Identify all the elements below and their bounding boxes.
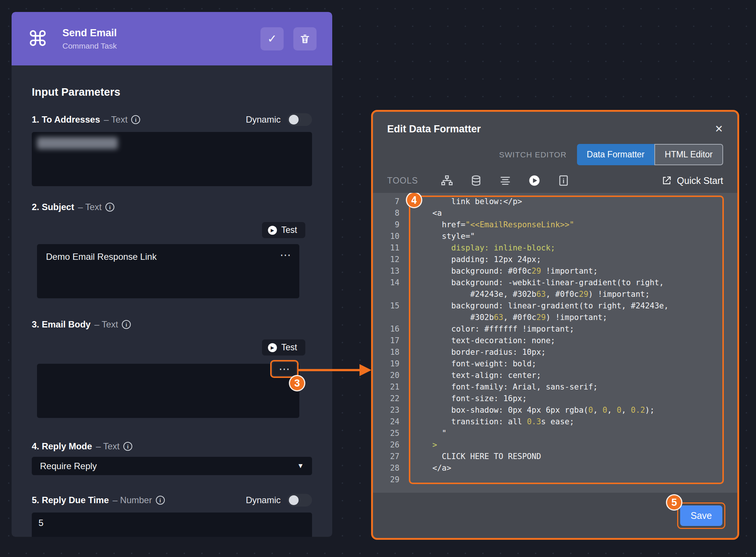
database-icon[interactable]: [470, 175, 482, 186]
code-line[interactable]: 9 href="<<EmailResponseLink>>": [373, 219, 737, 231]
param-type: – Number: [112, 495, 152, 505]
line-number: 16: [373, 323, 399, 335]
param-name: 1. To Addresses: [32, 114, 100, 125]
edit-data-formatter-modal: Edit Data Formatter ✕ SWITCH EDITOR Data…: [371, 110, 739, 540]
line-number: 26: [373, 439, 399, 451]
play-icon: ▶: [268, 226, 277, 235]
task-subtitle: Command Task: [62, 41, 117, 50]
code-line[interactable]: 21 font-family: Arial, sans-serif;: [373, 381, 737, 393]
line-number: 21: [373, 381, 399, 393]
command-icon: ⌘: [27, 28, 48, 49]
line-number: 17: [373, 335, 399, 347]
code-line[interactable]: 8<a: [373, 207, 737, 219]
email-body-more-button[interactable]: ⋯: [273, 363, 296, 375]
dynamic-toggle[interactable]: [287, 113, 312, 126]
code-line[interactable]: 7 link below:</p>: [373, 196, 737, 207]
sitemap-icon[interactable]: [441, 175, 453, 186]
confirm-button[interactable]: ✓: [260, 27, 284, 50]
code-line[interactable]: 17 text-decoration: none;: [373, 335, 737, 347]
line-number: 11: [373, 242, 399, 254]
test-button-label: Test: [281, 342, 297, 353]
quick-start-label: Quick Start: [677, 175, 723, 186]
test-button-label: Test: [281, 225, 297, 235]
code-line-text: style=": [399, 231, 737, 242]
code-line[interactable]: 27 CLICK HERE TO RESPOND: [373, 451, 737, 462]
line-number: 18: [373, 347, 399, 358]
code-line[interactable]: 28</a>: [373, 462, 737, 474]
code-line[interactable]: 20 text-align: center;: [373, 370, 737, 381]
subject-more-button[interactable]: ⋯: [280, 249, 291, 261]
code-line-text: CLICK HERE TO RESPOND: [399, 451, 737, 462]
code-line[interactable]: 14 background: -webkit-linear-gradient(t…: [373, 277, 737, 300]
code-line[interactable]: 26>: [373, 439, 737, 451]
line-number: 15: [373, 300, 399, 323]
code-line-text: border-radius: 10px;: [399, 347, 737, 358]
code-line[interactable]: 12 padding: 12px 24px;: [373, 254, 737, 265]
dynamic-label: Dynamic: [246, 114, 281, 125]
subject-test-button[interactable]: ▶ Test: [262, 222, 305, 238]
section-title: Input Parameters: [32, 86, 312, 98]
code-line-text: font-family: Arial, sans-serif;: [399, 381, 737, 393]
code-line[interactable]: 11 display: inline-block;: [373, 242, 737, 254]
code-line-text: box-shadow: 0px 4px 6px rgba(0, 0, 0, 0.…: [399, 404, 737, 416]
code-line-text: >: [399, 439, 737, 451]
code-line-text: </a>: [399, 462, 737, 474]
line-number: 28: [373, 462, 399, 474]
quick-start-button[interactable]: Quick Start: [662, 175, 723, 186]
info-icon[interactable]: i: [105, 203, 114, 212]
code-line[interactable]: 19 font-weight: bold;: [373, 358, 737, 370]
tab-data-formatter[interactable]: Data Formatter: [577, 144, 654, 165]
param-name: 2. Subject: [32, 202, 74, 212]
code-line[interactable]: 10 style=": [373, 231, 737, 242]
code-line[interactable]: 23 box-shadow: 0px 4px 6px rgba(0, 0, 0,…: [373, 404, 737, 416]
param-row-email-body: 3. Email Body – Text i: [32, 319, 312, 330]
code-line[interactable]: 22 font-size: 16px;: [373, 393, 737, 404]
code-line-text: [399, 474, 737, 486]
info-icon[interactable]: i: [123, 442, 132, 451]
reply-mode-value: Require Reply: [40, 461, 97, 471]
code-editor[interactable]: 7 link below:</p>8<a9 href="<<EmailRespo…: [373, 193, 737, 493]
code-line-text: transition: all 0.3s ease;: [399, 416, 737, 428]
code-line[interactable]: 25 ": [373, 428, 737, 439]
reply-due-time-input[interactable]: 5: [32, 513, 312, 537]
code-line[interactable]: 16 color: #ffffff !important;: [373, 323, 737, 335]
param-name: 3. Email Body: [32, 319, 90, 330]
email-body-test-button[interactable]: ▶ Test: [262, 339, 305, 356]
to-addresses-input[interactable]: [32, 132, 312, 186]
save-button[interactable]: Save: [680, 505, 722, 526]
info-icon[interactable]: i: [156, 496, 165, 505]
dynamic-toggle[interactable]: [287, 494, 312, 507]
code-line-text: background: -webkit-linear-gradient(to r…: [399, 277, 737, 300]
param-type: – Text: [78, 202, 102, 212]
email-body-input[interactable]: ⋯ 3: [37, 364, 299, 418]
tab-html-editor[interactable]: HTML Editor: [654, 144, 723, 165]
code-line[interactable]: 24 transition: all 0.3s ease;: [373, 416, 737, 428]
toggle-knob: [289, 495, 299, 505]
subject-input[interactable]: Demo Email Response Link ⋯: [37, 244, 299, 298]
chevron-down-icon: ▼: [297, 462, 304, 470]
docs-info-icon[interactable]: [558, 175, 569, 186]
line-number: 9: [373, 219, 399, 231]
param-row-reply-due-time: 5. Reply Due Time – Number i Dynamic: [32, 494, 312, 507]
line-number: 24: [373, 416, 399, 428]
run-icon[interactable]: [529, 175, 540, 186]
code-line[interactable]: 18 border-radius: 10px;: [373, 347, 737, 358]
code-line-text: href="<<EmailResponseLink>>": [399, 219, 737, 231]
param-row-reply-mode: 4. Reply Mode – Text i: [32, 441, 312, 452]
code-line[interactable]: 29: [373, 474, 737, 486]
code-line-text: font-size: 16px;: [399, 393, 737, 404]
code-line[interactable]: 15 background: linear-gradient(to right,…: [373, 300, 737, 323]
line-number: 10: [373, 231, 399, 242]
param-name: 5. Reply Due Time: [32, 495, 109, 505]
reply-mode-select[interactable]: Require Reply ▼: [32, 457, 312, 475]
delete-button[interactable]: [293, 27, 317, 50]
annotation-box-5: 5 Save: [677, 502, 725, 529]
trash-icon: [299, 33, 311, 44]
info-icon[interactable]: i: [122, 320, 131, 329]
code-line-text: font-weight: bold;: [399, 358, 737, 370]
close-icon[interactable]: ✕: [715, 123, 723, 135]
info-icon[interactable]: i: [131, 115, 140, 124]
text-lines-icon[interactable]: [500, 175, 511, 186]
code-line[interactable]: 13 background: #0f0c29 !important;: [373, 265, 737, 277]
editor-tabs: Data Formatter HTML Editor: [577, 144, 723, 165]
